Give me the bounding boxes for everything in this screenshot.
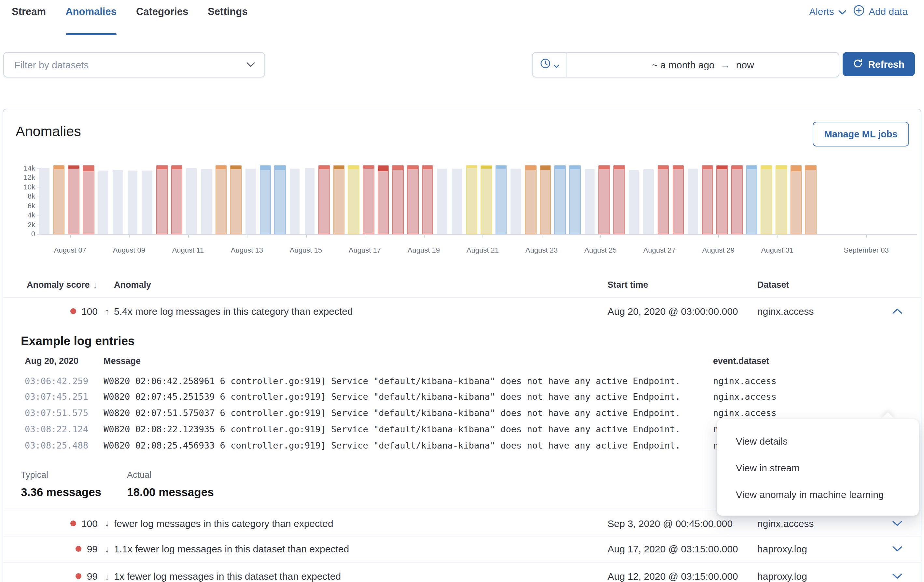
collapse-row-button[interactable]	[891, 308, 903, 314]
log-count-bar	[629, 170, 639, 234]
anomaly-score-cell: 100	[3, 518, 98, 529]
log-count-bar	[246, 168, 256, 234]
histogram-bar	[98, 165, 108, 234]
anomaly-band-blue	[746, 165, 757, 234]
start-time-cell: Aug 20, 2020 @ 03:00:00.000	[607, 306, 738, 317]
histogram-bar	[304, 165, 315, 234]
log-entry-message: W0820 02:08:22.123935 6 controller.go:91…	[104, 424, 680, 434]
histogram-bar	[732, 165, 742, 234]
start-time-cell: Aug 17, 2020 @ 03:15:00.000	[607, 544, 738, 555]
clock-icon	[540, 58, 551, 72]
anomaly-band-red	[68, 165, 79, 234]
anomaly-band-red	[702, 165, 713, 234]
arrow-up-icon: ↑	[105, 306, 109, 317]
anomalies-histogram: 02k4k6k8k10k12k14kAugust 07August 09Augu…	[3, 109, 921, 259]
histogram-bar	[437, 165, 447, 234]
x-axis-tick	[365, 235, 365, 237]
anomaly-band-cap	[806, 166, 816, 170]
menu-item-view-in-stream[interactable]: View in stream	[717, 454, 919, 481]
anomaly-description-cell: ↓1x fewer log messages in this dataset t…	[105, 571, 341, 582]
column-header-anomaly-score[interactable]: Anomaly score↓	[27, 280, 97, 290]
x-axis-tick	[866, 235, 867, 237]
anomaly-description-cell: ↓fewer log messages in this category tha…	[105, 518, 333, 529]
refresh-icon	[853, 58, 863, 70]
histogram-bar	[39, 165, 49, 234]
histogram-bar	[157, 165, 167, 234]
anomaly-band-red	[672, 165, 684, 234]
anomaly-band-red	[156, 165, 168, 234]
anomaly-row-expanded[interactable]: 100 ↑ 5.4x more log messages in this cat…	[3, 297, 921, 325]
anomaly-band-cap	[570, 166, 580, 170]
log-entry-timestamp: 03:08:25.488	[25, 440, 88, 450]
anomaly-row[interactable]: 99↓1x fewer log messages in this dataset…	[3, 563, 921, 582]
anomaly-row[interactable]: 99↓1.1x fewer log messages in this datas…	[3, 536, 921, 562]
anomaly-band-cap	[791, 166, 801, 171]
histogram-bar	[555, 165, 565, 234]
tab-anomalies[interactable]: Anomalies	[66, 0, 117, 35]
anomaly-band-cap	[599, 166, 609, 169]
add-data-button[interactable]: Add data	[853, 4, 908, 18]
tab-categories[interactable]: Categories	[136, 0, 188, 35]
x-axis-tick	[659, 235, 660, 237]
dataset-cell: haproxy.log	[757, 571, 807, 582]
anomaly-band-cap	[216, 166, 226, 170]
log-count-bar	[304, 168, 315, 234]
y-axis-tick	[37, 196, 41, 197]
anomaly-band-cap	[762, 166, 772, 170]
time-range-picker: ~ a month ago → now	[532, 52, 839, 77]
tab-stream[interactable]: Stream	[12, 0, 46, 35]
log-count-bar	[688, 169, 698, 234]
example-log-entries-title: Example log entries	[21, 334, 135, 348]
histogram-bar	[747, 165, 757, 234]
expand-row-button[interactable]	[891, 520, 903, 526]
log-count-bar	[113, 170, 123, 234]
anomaly-score-value: 99	[87, 544, 98, 555]
expand-row-button[interactable]	[891, 574, 903, 579]
typical-value: 3.36 messages	[21, 486, 101, 499]
anomaly-band-red	[407, 165, 418, 234]
dataset-filter-select[interactable]: Filter by datasets	[3, 52, 265, 77]
log-column-dataset: event.dataset	[713, 356, 769, 366]
expand-row-button[interactable]	[891, 546, 903, 552]
anomaly-score-cell: 99	[3, 544, 98, 555]
histogram-bar	[349, 165, 359, 234]
nav-actions: Alerts Add data	[809, 4, 908, 18]
log-entry-message: W0820 02:06:42.258961 6 controller.go:91…	[104, 375, 680, 386]
anomaly-band-cap	[260, 166, 270, 170]
anomaly-band-cap	[747, 166, 757, 169]
time-range-start[interactable]: ~ a month ago	[652, 59, 714, 70]
typical-label: Typical	[21, 470, 48, 480]
refresh-button[interactable]: Refresh	[843, 52, 915, 76]
time-range-display[interactable]: ~ a month ago → now	[567, 53, 839, 77]
y-axis-tick-label: 4k	[3, 211, 35, 219]
histogram-bar	[467, 165, 477, 234]
histogram-bar	[378, 165, 388, 234]
histogram-bar	[231, 165, 241, 234]
log-count-bar	[511, 168, 521, 234]
anomaly-band-cap	[525, 166, 536, 170]
anomaly-band-red	[318, 165, 330, 234]
histogram-bar	[186, 165, 196, 234]
histogram-bar	[570, 165, 580, 234]
quick-select-time-button[interactable]	[533, 53, 567, 77]
menu-item-view-details[interactable]: View details	[717, 428, 919, 454]
logs-anomalies-page: StreamAnomaliesCategoriesSettings Alerts…	[0, 0, 924, 582]
alerts-menu-button[interactable]: Alerts	[809, 5, 846, 16]
anomaly-score-value: 100	[81, 518, 98, 529]
histogram-bar	[142, 165, 152, 234]
histogram-bar	[776, 165, 786, 234]
histogram-bar	[54, 165, 64, 234]
menu-item-view-anomaly-in-ml[interactable]: View anomaly in machine learning	[717, 481, 919, 508]
time-range-end[interactable]: now	[736, 59, 754, 70]
severity-dot	[70, 520, 76, 526]
x-axis-tick	[601, 235, 601, 237]
tab-settings[interactable]: Settings	[208, 0, 248, 35]
column-header-dataset: Dataset	[757, 280, 789, 290]
anomaly-band-blue	[554, 165, 566, 234]
y-axis-tick	[37, 187, 41, 188]
log-entry-row: 03:07:45.251W0820 02:07:45.251539 6 cont…	[3, 391, 921, 403]
dataset-filter-placeholder: Filter by datasets	[14, 59, 246, 70]
anomaly-band-cap	[703, 166, 713, 169]
histogram-bar	[614, 165, 624, 234]
plus-circle-icon	[853, 4, 865, 18]
